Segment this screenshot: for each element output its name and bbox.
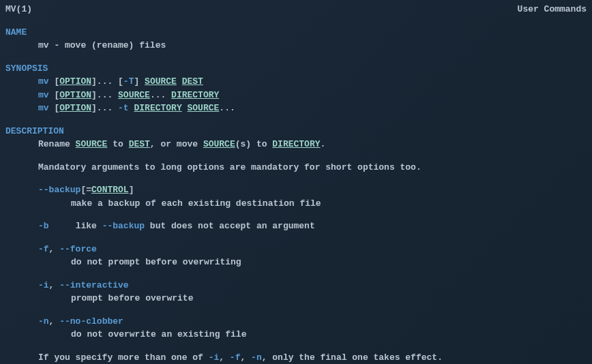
option-flag-line: --backup[=CONTROL] — [5, 183, 587, 197]
sep: , — [219, 352, 230, 363]
var-directory: DIRECTORY — [134, 103, 181, 113]
manpage-header: MV(1) User Commands — [5, 3, 587, 16]
sep: , — [49, 280, 60, 290]
sep: , — [49, 316, 60, 327]
sep: , — [240, 352, 251, 363]
option-desc: prompt before overwrite — [5, 292, 587, 305]
sep: , — [49, 244, 60, 254]
flag-force: --force — [59, 244, 97, 254]
var-option: OPTION — [59, 103, 91, 113]
section-name: NAME mv - move (rename) files — [5, 26, 587, 52]
var-source: SOURCE — [188, 103, 220, 113]
option-flag-line: -f, --force — [5, 243, 587, 256]
flag-backup: --backup — [38, 185, 80, 195]
flag-n-ref: -n — [251, 352, 262, 363]
text: , or move — [150, 139, 203, 149]
description-heading: DESCRIPTION — [5, 125, 587, 138]
option-desc: do not overwrite an existing file — [5, 328, 587, 342]
flag-b: -b — [38, 221, 49, 231]
var-source: SOURCE — [145, 76, 177, 87]
flag-f-ref: -f — [230, 352, 241, 363]
description-para-2: Mandatory arguments to long options are … — [5, 161, 587, 175]
synopsis-line-1: mv [OPTION]... [-T] SOURCE DEST — [5, 75, 587, 89]
synopsis-line-3: mv [OPTION]... -t DIRECTORY SOURCE... — [5, 102, 587, 115]
cmd: mv — [38, 90, 49, 100]
name-heading: NAME — [5, 26, 587, 40]
text: to — [107, 139, 128, 149]
option-desc: do not prompt before overwriting — [5, 256, 587, 269]
bracket: ] — [134, 76, 145, 87]
description-note: If you specify more than one of -i, -f, … — [5, 351, 587, 365]
var-option: OPTION — [59, 90, 91, 100]
var-dest: DEST — [182, 76, 203, 87]
option-force: -f, --force do not prompt before overwri… — [5, 243, 587, 269]
name-content: mv - move (rename) files — [5, 39, 587, 52]
bracket: [= — [80, 185, 91, 195]
option-flag-line: -n, --no-clobber — [5, 315, 587, 329]
bracket: ]... — [91, 90, 118, 100]
section-synopsis: SYNOPSIS mv [OPTION]... [-T] SOURCE DEST… — [5, 62, 587, 115]
var-directory: DIRECTORY — [171, 90, 219, 100]
header-left: MV(1) — [5, 3, 32, 16]
text: ... — [150, 90, 171, 100]
var-directory: DIRECTORY — [272, 139, 320, 149]
synopsis-heading: SYNOPSIS — [5, 62, 587, 76]
option-interactive: -i, --interactive prompt before overwrit… — [5, 279, 587, 305]
cmd: mv — [38, 76, 49, 87]
text: but does not accept an argument — [145, 221, 315, 231]
var-option: OPTION — [59, 76, 91, 87]
option-backup: --backup[=CONTROL] make a backup of each… — [5, 183, 587, 210]
flag-i-ref: -i — [209, 352, 220, 363]
flag-no-clobber: --no-clobber — [59, 316, 123, 327]
synopsis-line-2: mv [OPTION]... SOURCE... DIRECTORY — [5, 89, 587, 102]
flag-f: -f — [38, 244, 49, 254]
var-source: SOURCE — [76, 139, 108, 149]
spacer — [49, 221, 76, 231]
option-desc: make a backup of each existing destinati… — [5, 197, 587, 211]
text: (s) to — [235, 139, 273, 149]
bracket: ] — [129, 185, 134, 195]
description-para-1: Rename SOURCE to DEST, or move SOURCE(s)… — [5, 138, 587, 151]
text: If you specify more than one of — [38, 352, 209, 363]
flag-backup-ref: --backup — [102, 221, 145, 231]
bracket: ]... — [91, 103, 118, 113]
var-source: SOURCE — [118, 90, 150, 100]
text: ... — [219, 103, 235, 113]
var-control: CONTROL — [91, 185, 129, 195]
section-description: DESCRIPTION Rename SOURCE to DEST, or mo… — [5, 125, 587, 365]
bracket: ]... [ — [91, 76, 123, 87]
flag-n: -n — [38, 316, 49, 327]
flag-interactive: --interactive — [59, 280, 128, 290]
text: . — [321, 139, 326, 149]
text: , only the final one takes effect. — [262, 352, 443, 363]
text: like — [76, 221, 102, 231]
flag-t-upper: -T — [123, 76, 134, 87]
cmd: mv — [38, 103, 49, 113]
flag-t-lower: -t — [118, 103, 129, 113]
option-no-clobber: -n, --no-clobber do not overwrite an exi… — [5, 315, 587, 342]
space — [182, 103, 188, 113]
header-right: User Commands — [518, 3, 587, 16]
flag-i: -i — [38, 280, 49, 290]
var-source: SOURCE — [203, 139, 235, 149]
var-dest: DEST — [129, 139, 150, 149]
option-flag-line: -i, --interactive — [5, 279, 587, 292]
text: Rename — [38, 139, 76, 149]
option-b: -b like --backup but does not accept an … — [5, 219, 587, 233]
space — [177, 76, 182, 87]
